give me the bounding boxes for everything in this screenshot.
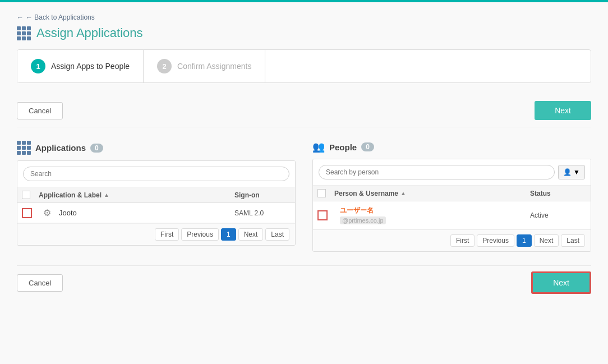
step-2-label: Confirm Assignments <box>177 62 251 71</box>
people-next-page-button[interactable]: Next <box>534 234 559 247</box>
cancel-bottom-button[interactable]: Cancel <box>17 274 63 292</box>
person-filter-icon: 👤 <box>563 168 572 176</box>
people-select-all-checkbox[interactable] <box>317 189 326 197</box>
applications-title: Applications <box>35 143 86 153</box>
bottom-action-row: Cancel Next <box>17 265 591 300</box>
people-pagination: First Previous 1 Next Last <box>313 229 591 251</box>
step-2[interactable]: 2 Confirm Assignments <box>144 50 265 82</box>
people-search-filter-button[interactable]: 👤 ▼ <box>558 165 585 179</box>
applications-col-main: Application & Label <box>39 191 102 199</box>
application-gear-icon: ⚙ <box>43 208 51 218</box>
back-link[interactable]: ← ← Back to Applications <box>17 13 95 21</box>
applications-search-row <box>17 161 295 187</box>
people-search-input[interactable] <box>319 165 555 179</box>
person-name: ユーザー名 <box>340 206 530 215</box>
person-filter-arrow: ▼ <box>573 168 580 176</box>
people-table-header: Person & Username ▲ Status <box>313 186 591 201</box>
people-table: 👤 ▼ Person & Username ▲ Status <box>312 159 591 252</box>
step-2-number: 2 <box>157 59 172 73</box>
person-row-checkbox[interactable] <box>317 210 328 220</box>
cancel-top-button[interactable]: Cancel <box>17 102 63 119</box>
app-next-page-button[interactable]: Next <box>238 228 264 241</box>
applications-badge: 0 <box>90 144 103 153</box>
applications-grid-icon <box>17 141 31 155</box>
app-first-page-button[interactable]: First <box>155 228 179 241</box>
app-last-page-button[interactable]: Last <box>265 228 289 241</box>
table-row: ユーザー名 @prtimes.co.jp Active <box>313 201 591 229</box>
people-panel: 👥 People 0 👤 ▼ <box>312 141 591 252</box>
applications-table: Application & Label ▲ Sign-on ⚙ <box>17 160 296 246</box>
step-1-number: 1 <box>31 59 45 73</box>
back-arrow-icon: ← <box>17 13 24 21</box>
panels-row: Applications 0 Application & Label ▲ <box>17 141 591 252</box>
next-top-button[interactable]: Next <box>535 101 591 120</box>
next-bottom-button[interactable]: Next <box>531 271 591 294</box>
people-previous-page-button[interactable]: Previous <box>477 234 514 247</box>
app-grid-icon <box>17 26 31 40</box>
people-sort-icon[interactable]: ▲ <box>400 190 406 196</box>
person-status: Active <box>530 211 549 219</box>
applications-table-header: Application & Label ▲ Sign-on <box>17 187 295 203</box>
people-col-main: Person & Username <box>334 190 398 197</box>
people-search-row: 👤 ▼ <box>313 159 591 186</box>
page-title: Assign Applications <box>36 26 143 40</box>
people-badge: 0 <box>361 142 374 151</box>
step-1[interactable]: 1 Assign Apps to People <box>17 50 144 82</box>
person-email: @prtimes.co.jp <box>340 216 386 224</box>
people-col-right: Status <box>530 190 551 197</box>
applications-panel: Applications 0 Application & Label ▲ <box>17 141 296 252</box>
applications-pagination: First Previous 1 Next Last <box>17 223 295 245</box>
app-current-page-button[interactable]: 1 <box>221 228 236 241</box>
table-row: ⚙ Jooto SAML 2.0 <box>17 203 295 223</box>
people-first-page-button[interactable]: First <box>450 234 475 247</box>
people-title: People <box>329 142 357 152</box>
applications-search-input[interactable] <box>23 167 289 181</box>
applications-select-all-checkbox[interactable] <box>22 191 30 199</box>
applications-col-right: Sign-on <box>234 191 260 199</box>
people-last-page-button[interactable]: Last <box>561 234 585 247</box>
top-action-row: Cancel Next <box>17 94 591 127</box>
app-previous-page-button[interactable]: Previous <box>181 228 219 241</box>
steps-bar: 1 Assign Apps to People 2 Confirm Assign… <box>17 49 591 83</box>
people-current-page-button[interactable]: 1 <box>517 234 532 247</box>
step-1-label: Assign Apps to People <box>51 62 130 71</box>
application-sign-on: SAML 2.0 <box>234 209 264 217</box>
people-icon: 👥 <box>312 141 325 153</box>
application-row-checkbox[interactable] <box>22 208 32 218</box>
applications-sort-icon[interactable]: ▲ <box>104 192 109 198</box>
application-name: Jooto <box>59 209 77 217</box>
